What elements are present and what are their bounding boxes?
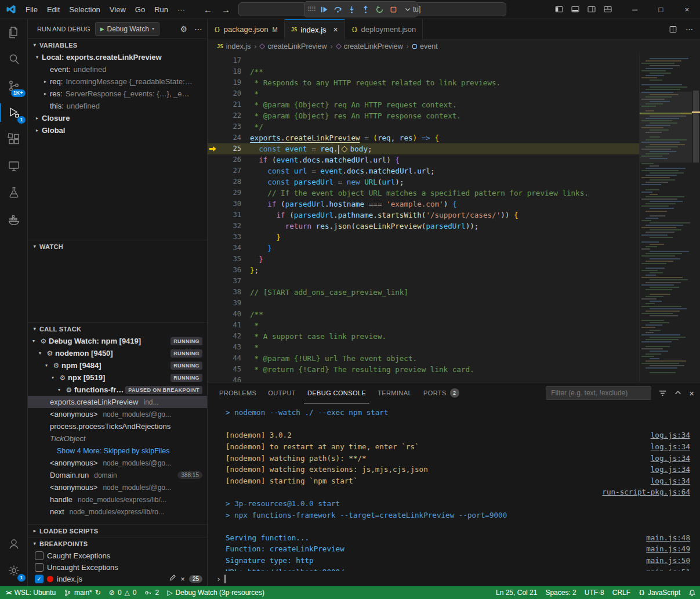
split-editor-icon[interactable]	[669, 25, 677, 34]
gutter-glyph-margin[interactable]	[208, 55, 218, 66]
debug-session-status[interactable]: ▷Debug Watch (3p-resources)	[163, 586, 269, 599]
call-stack-section-header[interactable]: ▾CALL STACK	[28, 322, 207, 335]
gutter-glyph-margin[interactable]	[208, 287, 218, 298]
code-line[interactable]: 21 * @param {Object} req An HTTP request…	[208, 99, 639, 110]
watch-section-header[interactable]: ▾WATCH	[28, 240, 207, 252]
tab-debug-console[interactable]: DEBUG CONSOLE	[304, 383, 369, 403]
activity-extensions[interactable]	[0, 126, 28, 153]
twisty-icon[interactable]: ▾	[35, 351, 45, 356]
editor-more-actions-icon[interactable]: ⋯	[686, 25, 693, 34]
source-link[interactable]: main.js:49	[646, 544, 690, 553]
menu-file[interactable]: File	[21, 3, 42, 16]
gutter-glyph-margin[interactable]	[208, 232, 218, 243]
breadcrumb-symbol[interactable]: createLinkPreview	[260, 42, 327, 50]
step-over-button[interactable]	[331, 3, 344, 16]
nav-back-icon[interactable]: ←	[204, 5, 212, 15]
tab-problems[interactable]: PROBLEMS	[216, 383, 260, 403]
call-stack-session[interactable]: ▾⚙nodemon [9450]RUNNING	[28, 347, 207, 359]
code-line[interactable]: 40/**	[208, 309, 639, 320]
code-line[interactable]: 25 const event = req.body;	[208, 143, 639, 154]
stack-frame[interactable]: handlenode_modules/express/lib/...	[28, 493, 207, 506]
gutter-glyph-margin[interactable]	[208, 364, 218, 375]
code-line[interactable]: 24exports.createLinkPreview = (req, res)…	[208, 132, 639, 143]
maximize-panel-icon[interactable]	[674, 389, 682, 397]
nav-forward-icon[interactable]: →	[222, 5, 230, 15]
code-line[interactable]: 38// [START add_ons_case_preview_link]	[208, 287, 639, 298]
problems-status[interactable]: ⊘0△0	[105, 586, 141, 599]
activity-source-control[interactable]: 1K+	[0, 73, 28, 99]
menu-go[interactable]: Go	[130, 3, 150, 16]
customize-layout-icon[interactable]	[603, 5, 612, 14]
gutter-glyph-margin[interactable]	[208, 187, 218, 199]
code-line[interactable]: 33 }	[208, 232, 639, 243]
stack-frame[interactable]: process.processTicksAndRejections	[28, 420, 207, 432]
menu-edit[interactable]: Edit	[42, 3, 64, 16]
code-line[interactable]: 32 return res.json(caseLinkPreview(parse…	[208, 221, 639, 232]
menu-run[interactable]: Run	[150, 3, 173, 16]
variables-section-header[interactable]: ▾VARIABLES	[28, 38, 207, 51]
settings-button[interactable]: 1	[0, 557, 28, 584]
toggle-panel-icon[interactable]	[571, 5, 580, 14]
source-link[interactable]: main.js:50	[646, 556, 690, 565]
stop-button[interactable]	[387, 3, 400, 16]
toggle-secondary-sidebar-icon[interactable]	[587, 5, 596, 14]
code-line[interactable]: 36};	[208, 265, 639, 276]
gutter-glyph-margin[interactable]	[208, 110, 218, 121]
gutter-glyph-margin[interactable]	[208, 199, 218, 210]
forwarded-ports-status[interactable]: 2	[140, 586, 163, 599]
source-link[interactable]: log.js:34	[651, 442, 690, 451]
code-line[interactable]: 26 if (event.docs.matchedUrl.url) {	[208, 154, 639, 165]
stack-frame[interactable]: TickObject	[28, 432, 207, 445]
gutter-glyph-margin[interactable]	[208, 353, 218, 364]
code-line[interactable]: 23 */	[208, 121, 639, 132]
debug-settings-gear-icon[interactable]: ⚙	[180, 24, 187, 34]
twisty-icon[interactable]: ▾	[48, 375, 57, 380]
code-line[interactable]: 46	[208, 375, 639, 382]
gutter-glyph-margin[interactable]	[208, 342, 218, 353]
gutter-glyph-margin[interactable]	[208, 88, 218, 99]
breakpoints-section-header[interactable]: ▾BREAKPOINTS	[28, 537, 207, 550]
continue-button[interactable]	[317, 3, 331, 16]
close-window-button[interactable]: ×	[674, 0, 700, 19]
toggle-sidebar-icon[interactable]	[554, 5, 564, 14]
code-line[interactable]: 31 if (parsedUrl.pathname.startsWith('/s…	[208, 210, 639, 221]
gutter-glyph-margin[interactable]	[208, 77, 218, 88]
source-link[interactable]: run-script-pkg.js:64	[602, 488, 690, 496]
breakpoint-row[interactable]: Uncaught Exceptions	[28, 561, 207, 573]
twisty-icon[interactable]: ▾	[42, 363, 51, 368]
activity-remote-explorer[interactable]	[0, 153, 28, 179]
scrollbar-slider[interactable]	[693, 91, 699, 163]
gutter-glyph-margin[interactable]	[208, 132, 218, 143]
code-line[interactable]: 44 * @param {!URL} url The event object.	[208, 353, 639, 364]
code-line[interactable]: 17	[208, 55, 639, 66]
restart-button[interactable]	[373, 3, 386, 16]
gutter-glyph-margin[interactable]	[208, 265, 218, 276]
gutter-glyph-margin[interactable]	[208, 176, 218, 187]
gutter-glyph-margin[interactable]	[208, 375, 218, 382]
show-more-frames-link[interactable]: Show 4 More: Skipped by skipFiles	[28, 445, 207, 457]
code-line[interactable]: 28 const parsedUrl = new URL(url);	[208, 176, 639, 187]
menu-view[interactable]: View	[105, 3, 130, 16]
twisty-icon[interactable]: ▾	[55, 387, 64, 392]
breakpoint-checkbox[interactable]: ✓	[35, 575, 43, 583]
call-stack-session[interactable]: ▾⚙npx [9519]RUNNING	[28, 371, 207, 384]
code-line[interactable]: 19 * Responds to any HTTP request relate…	[208, 77, 639, 88]
twisty-icon[interactable]: ▸	[32, 128, 42, 133]
code-line[interactable]: 45 * @return {!Card} The resulting previ…	[208, 364, 639, 375]
filter-icon[interactable]	[658, 389, 667, 398]
menu-selection[interactable]: Selection	[64, 3, 104, 16]
gutter-glyph-margin[interactable]	[208, 276, 218, 287]
language-mode-status[interactable]: {}JavaScript	[634, 586, 684, 599]
command-center[interactable]: ⠿⠿ tu]	[238, 2, 506, 16]
source-link[interactable]: main.js:48	[646, 533, 690, 542]
cursor-position-status[interactable]: Ln 25, Col 21	[492, 586, 541, 599]
eol-status[interactable]: CRLF	[608, 586, 634, 599]
minimize-button[interactable]: ─	[622, 0, 648, 19]
tab-ports[interactable]: PORTS2	[420, 383, 463, 403]
stack-frame[interactable]: <anonymous>node_modules/@go...	[28, 408, 207, 420]
notifications-bell[interactable]	[684, 586, 700, 599]
code-line[interactable]: 42 * A support case link preview.	[208, 331, 639, 342]
variable-row[interactable]: this:undefined	[28, 100, 207, 112]
git-branch-status[interactable]: main*↻	[60, 586, 105, 599]
gutter-glyph-margin[interactable]	[208, 320, 218, 331]
